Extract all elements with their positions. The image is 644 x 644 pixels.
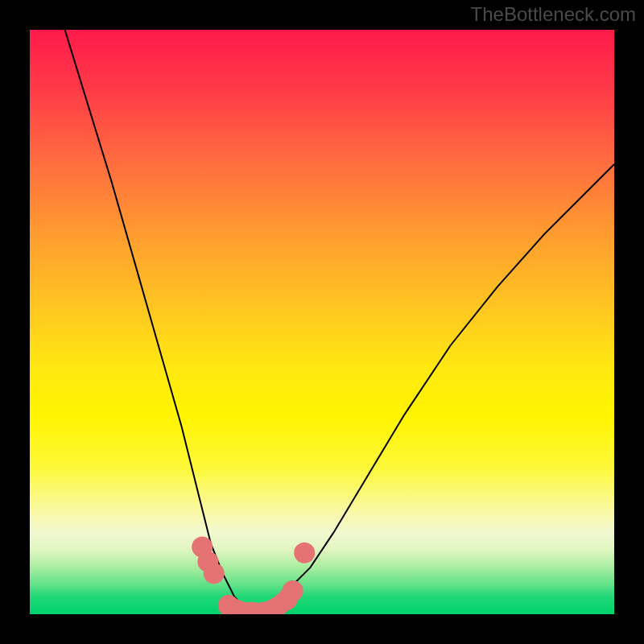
highlighted-point xyxy=(294,543,315,564)
highlighted-points-group xyxy=(192,537,315,615)
chart-svg xyxy=(30,30,614,614)
chart-plot-area xyxy=(30,30,614,614)
watermark-text: TheBottleneck.com xyxy=(471,3,636,26)
highlighted-point xyxy=(204,563,225,584)
highlighted-point xyxy=(283,580,303,601)
left-curve-line xyxy=(65,30,255,614)
